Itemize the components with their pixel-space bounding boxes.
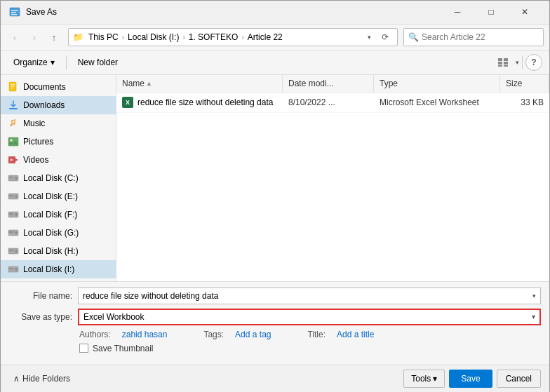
svg-point-29	[15, 213, 18, 215]
svg-rect-8	[498, 65, 502, 67]
breadcrumb-this-pc[interactable]: This PC	[86, 32, 121, 43]
sidebar-item-music[interactable]: Music	[1, 114, 116, 133]
close-button[interactable]: ✕	[509, 3, 541, 21]
toolbar-right-sep	[522, 55, 523, 69]
filename-input-container[interactable]: ▾	[78, 288, 541, 304]
thumbnail-label: Save Thumbnail	[93, 344, 154, 353]
back-button[interactable]: ‹	[6, 29, 23, 46]
organize-button[interactable]: Organize ▾	[8, 54, 60, 71]
sidebar-item-videos[interactable]: Videos	[1, 151, 116, 169]
file-item-type: Microsoft Excel Worksheet	[374, 97, 500, 107]
toolbar-separator	[66, 55, 67, 69]
title-value[interactable]: Add a title	[337, 330, 374, 339]
svg-point-15	[11, 124, 13, 126]
breadcrumb-article[interactable]: Article 22	[246, 32, 285, 43]
table-row[interactable]: X reduce file size without deleting data…	[116, 93, 549, 113]
footer-right: Tools ▾ Save Cancel	[403, 370, 541, 388]
organize-dropdown-icon: ▾	[51, 58, 55, 67]
svg-rect-33	[9, 231, 13, 232]
svg-rect-4	[498, 58, 502, 61]
downloads-icon	[8, 100, 19, 111]
forward-button[interactable]: ›	[26, 29, 43, 46]
save-button[interactable]: Save	[449, 370, 492, 388]
sidebar-item-disk-g[interactable]: Local Disk (G:)	[1, 224, 116, 242]
svg-point-23	[15, 177, 18, 179]
view-toggle-button[interactable]	[493, 54, 513, 71]
svg-rect-24	[9, 177, 13, 177]
filename-label: File name:	[9, 291, 72, 301]
svg-point-18	[11, 139, 13, 141]
tools-dropdown-icon: ▾	[433, 374, 437, 384]
savetype-dropdown[interactable]: Excel Workbook ▾	[78, 309, 541, 325]
hide-folders-icon: ∧	[13, 374, 20, 384]
dialog-icon	[9, 6, 20, 18]
file-list: Name ▲ Date modi... Type Size X reduce f…	[116, 75, 549, 281]
svg-rect-30	[9, 213, 13, 214]
authors-value[interactable]: zahid hasan	[122, 330, 168, 339]
svg-rect-1	[11, 10, 18, 11]
title-bar: Save As ─ □ ✕	[1, 1, 549, 25]
sidebar-item-disk-c[interactable]: Local Disk (C:)	[1, 169, 116, 187]
pictures-icon	[8, 136, 19, 147]
svg-marker-20	[15, 158, 18, 161]
filename-row: File name: ▾	[9, 288, 541, 304]
nav-bar: ‹ › ↑ 📁 This PC › Local Disk (I:) › 1. S…	[1, 25, 549, 51]
thumbnail-checkbox[interactable]	[79, 344, 88, 353]
col-header-type[interactable]: Type	[374, 75, 500, 93]
sidebar-item-documents[interactable]: Documents	[1, 78, 116, 96]
svg-rect-14	[9, 108, 18, 109]
svg-rect-11	[11, 84, 15, 85]
folder-icon: 📁	[73, 32, 83, 42]
authors-label: Authors:	[79, 330, 111, 339]
minimize-button[interactable]: ─	[441, 3, 474, 21]
sidebar-item-disk-h[interactable]: Local Disk (H:)	[1, 242, 116, 260]
tags-value[interactable]: Add a tag	[235, 330, 271, 339]
search-input[interactable]	[422, 32, 539, 42]
filename-input[interactable]	[83, 291, 532, 301]
breadcrumb-softeko[interactable]: 1. SOFTEKO	[187, 32, 241, 43]
address-bar[interactable]: 📁 This PC › Local Disk (I:) › 1. SOFTEKO…	[68, 28, 398, 46]
meta-row: Authors: zahid hasan Tags: Add a tag Tit…	[9, 330, 541, 339]
savetype-label: Save as type:	[9, 312, 72, 322]
sidebar: Documents Downloads Music Pictures	[1, 75, 116, 281]
toolbar-right: ▾ ?	[493, 54, 542, 71]
tools-button[interactable]: Tools ▾	[403, 370, 445, 388]
col-header-date[interactable]: Date modi...	[283, 75, 374, 93]
breadcrumb: This PC › Local Disk (I:) › 1. SOFTEKO ›…	[86, 32, 361, 43]
sidebar-item-disk-i[interactable]: Local Disk (I:)	[1, 260, 116, 278]
title-label: Title:	[307, 330, 326, 339]
col-header-size[interactable]: Size	[500, 75, 549, 93]
disk-i-icon	[8, 264, 19, 275]
svg-rect-3	[11, 14, 17, 15]
tags-label: Tags:	[203, 330, 224, 339]
help-button[interactable]: ?	[525, 54, 542, 71]
cancel-button[interactable]: Cancel	[497, 370, 541, 388]
footer: ∧ Hide Folders Tools ▾ Save Cancel	[1, 365, 549, 392]
view-dropdown-icon: ▾	[516, 59, 519, 66]
new-folder-button[interactable]: New folder	[72, 54, 123, 71]
col-header-name[interactable]: Name ▲	[116, 75, 283, 93]
breadcrumb-dropdown-button[interactable]: ▾	[363, 32, 375, 43]
sidebar-item-downloads[interactable]: Downloads	[1, 96, 116, 114]
sidebar-item-disk-e[interactable]: Local Disk (E:)	[1, 187, 116, 205]
svg-rect-5	[504, 58, 508, 61]
svg-point-16	[13, 123, 15, 125]
dialog-title: Save As	[26, 7, 57, 17]
breadcrumb-local-disk[interactable]: Local Disk (I:)	[126, 32, 181, 43]
svg-rect-6	[498, 62, 502, 65]
main-content: Documents Downloads Music Pictures	[1, 75, 549, 281]
up-button[interactable]: ↑	[46, 29, 62, 46]
maximize-button[interactable]: □	[475, 3, 507, 21]
search-box[interactable]: 🔍	[403, 28, 544, 46]
disk-c-icon	[8, 173, 19, 184]
svg-rect-27	[9, 195, 13, 196]
sidebar-item-disk-f[interactable]: Local Disk (F:)	[1, 205, 116, 224]
toolbar: Organize ▾ New folder ▾ ?	[1, 51, 549, 75]
refresh-button[interactable]: ⟳	[377, 29, 393, 45]
sidebar-item-pictures[interactable]: Pictures	[1, 133, 116, 151]
view-icon	[497, 57, 509, 68]
savetype-dropdown-icon: ▾	[532, 313, 535, 320]
search-icon: 🔍	[408, 32, 419, 42]
hide-folders-button[interactable]: ∧ Hide Folders	[9, 371, 74, 386]
svg-rect-17	[8, 137, 18, 146]
